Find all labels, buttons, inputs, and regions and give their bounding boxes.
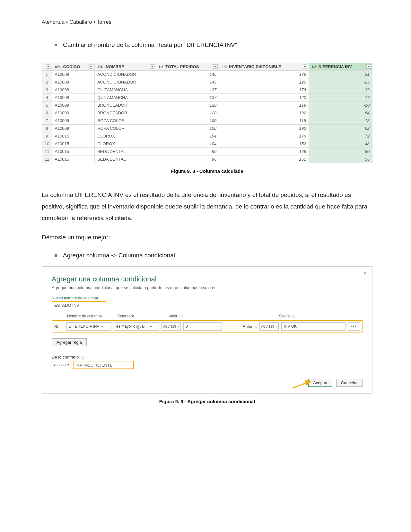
type-badge: ABC 123 bbox=[261, 325, 274, 328]
table-row[interactable]: 9A10015CLOROX10417672 bbox=[42, 132, 372, 140]
table-corner[interactable] bbox=[42, 63, 52, 70]
rule-row: Si DIFERENCIA INV es mayor o igual... AB… bbox=[52, 320, 363, 332]
cancel-button[interactable]: Cancelar bbox=[336, 379, 363, 387]
chevron-down-icon[interactable] bbox=[150, 64, 154, 69]
cell-codigo: A10008 bbox=[52, 93, 95, 101]
else-value-input[interactable]: INV INSUFICIENTE bbox=[73, 361, 134, 369]
col-total-label: TOTAL PEDIDOS bbox=[165, 64, 199, 69]
running-head: Atehortúa • Caballero • Torres bbox=[42, 19, 372, 25]
cell-nombre: ROPA COLOR bbox=[95, 124, 156, 132]
col-total-header[interactable]: 1.2 TOTAL PEDIDOS bbox=[156, 63, 219, 70]
table-row[interactable]: 10A10015CLOROX10415248 bbox=[42, 140, 372, 147]
cell-codigo: A10009 bbox=[52, 101, 95, 109]
table-row[interactable]: 4A10008QUITAMANCHA137120-17 bbox=[42, 93, 372, 101]
col-diferencia-header[interactable]: 1.2 DIFERENCIA INV bbox=[309, 63, 372, 70]
cell-diferencia: 72 bbox=[309, 132, 372, 140]
col-codigo-label: CODIGO bbox=[63, 64, 80, 69]
dialog-subtitle: Agregue una columna condicional que se c… bbox=[52, 285, 363, 290]
new-column-name-input[interactable]: ESTADO INV bbox=[52, 301, 106, 309]
cell-diferencia: 48 bbox=[309, 140, 372, 147]
value-type-select[interactable]: ABC 123 bbox=[162, 322, 181, 331]
cell-codigo: A10009 bbox=[52, 117, 95, 124]
cell-total: 145 bbox=[156, 78, 219, 86]
then-label: Enton... bbox=[243, 324, 257, 329]
col-inventario-header[interactable]: 1²3 INVENTARIO DISPONIBLE bbox=[219, 63, 309, 70]
table-row[interactable]: 7A10009ROPA COLOR10011818 bbox=[42, 117, 372, 124]
table-row[interactable]: 12A10015SEDA DENTAL9615256 bbox=[42, 155, 372, 163]
cell-total: 96 bbox=[156, 155, 219, 163]
conditional-column-dialog: × Agregar una columna condicional Agregu… bbox=[42, 266, 372, 394]
rule-column-value: DIFERENCIA INV bbox=[69, 324, 99, 329]
cell-total: 137 bbox=[156, 86, 219, 93]
col-codigo-header[interactable]: AᴮC CODIGO bbox=[52, 63, 95, 70]
cell-nombre: ACONDICIONADOR bbox=[95, 78, 156, 86]
table-row[interactable]: 1A10008ACONDICIONADOR14517631 bbox=[42, 70, 372, 78]
table-row[interactable]: 3A10008QUITAMANCHA13717639 bbox=[42, 86, 372, 93]
type-badge: ABC 123 bbox=[163, 325, 176, 328]
cell-inventario: 118 bbox=[219, 101, 309, 109]
rule-operator-value: es mayor o igual... bbox=[116, 324, 148, 329]
rule-value-input[interactable]: 0 bbox=[183, 322, 222, 331]
cell-diferencia: 39 bbox=[309, 86, 372, 93]
table-row[interactable]: 11A10015SEDA DENTAL9617680 bbox=[42, 147, 372, 155]
cell-codigo: A10009 bbox=[52, 109, 95, 117]
col-nombre-header[interactable]: AᴮC NOMBRE bbox=[95, 63, 156, 70]
row-number: 7 bbox=[42, 117, 52, 124]
col-diferencia-label: DIFERENCIA INV bbox=[319, 64, 352, 69]
paragraph-lead: Démosle un toque mejor: bbox=[42, 232, 372, 243]
close-icon[interactable]: × bbox=[363, 270, 367, 277]
table-row[interactable]: 2A10008ACONDICIONADOR145120-25 bbox=[42, 78, 372, 86]
row-number: 4 bbox=[42, 93, 52, 101]
cell-nombre: ACONDICIONADOR bbox=[95, 70, 156, 78]
type-whole-icon: 1²3 bbox=[222, 65, 226, 69]
cell-nombre: BRONCEADOR bbox=[95, 109, 156, 117]
type-text-icon: AᴮC bbox=[55, 65, 60, 69]
cell-nombre: QUITAMANCHA bbox=[95, 93, 156, 101]
paragraph-explain: La columna DIFERENCIA INV es el resultad… bbox=[42, 189, 372, 224]
new-column-label: Nuevo nombre de columna bbox=[52, 296, 363, 300]
cell-codigo: A10015 bbox=[52, 147, 95, 155]
cell-total: 145 bbox=[156, 70, 219, 78]
table-row[interactable]: 8A10009ROPA COLOR10019292 bbox=[42, 124, 372, 132]
info-icon[interactable]: i bbox=[81, 356, 84, 359]
else-type-select[interactable]: ABC 123 bbox=[52, 361, 71, 369]
cell-nombre: SEDA DENTAL bbox=[95, 155, 156, 163]
chevron-down-icon[interactable] bbox=[303, 64, 307, 69]
cell-inventario: 176 bbox=[219, 86, 309, 93]
chevron-down-icon[interactable] bbox=[366, 64, 371, 69]
bullet-rename-column: Cambiar el nombre de la columna Resta po… bbox=[55, 40, 372, 50]
cell-nombre: CLOROX bbox=[95, 132, 156, 140]
add-rule-button[interactable]: Agregar regla bbox=[52, 338, 87, 346]
rule-output-input[interactable]: INV OK bbox=[281, 322, 345, 331]
chevron-down-icon[interactable] bbox=[213, 64, 218, 69]
rule-operator-select[interactable]: es mayor o igual... bbox=[114, 322, 159, 331]
bullet-icon bbox=[55, 254, 57, 257]
cell-diferencia: 80 bbox=[309, 147, 372, 155]
bullet-add-conditional: Agregar columna -> Columna condicional . bbox=[55, 251, 372, 260]
cell-inventario: 176 bbox=[219, 70, 309, 78]
row-number: 8 bbox=[42, 124, 52, 132]
cell-diferencia: -10 bbox=[309, 101, 372, 109]
arrow-annotation bbox=[292, 379, 314, 389]
label-column: Nombre de columna bbox=[67, 314, 115, 318]
row-number: 5 bbox=[42, 101, 52, 109]
chevron-down-icon[interactable] bbox=[46, 64, 50, 69]
row-number: 1 bbox=[42, 70, 52, 78]
table-row[interactable]: 5A10009BRONCEADOR128118-10 bbox=[42, 101, 372, 109]
cell-nombre: CLOROX bbox=[95, 140, 156, 147]
bullet-text: Cambiar el nombre de la columna Resta po… bbox=[63, 40, 237, 50]
output-type-select[interactable]: ABC 123 bbox=[259, 322, 279, 331]
info-icon[interactable]: i bbox=[292, 315, 295, 318]
rule-column-select[interactable]: DIFERENCIA INV bbox=[66, 322, 111, 331]
bullet-text: Agregar columna -> Columna condicional . bbox=[63, 251, 179, 260]
rule-output-value: INV OK bbox=[284, 324, 297, 329]
if-label: Si bbox=[54, 324, 64, 329]
type-text-icon: AᴮC bbox=[97, 65, 103, 69]
cell-nombre: ROPA COLOR bbox=[95, 117, 156, 124]
row-number: 10 bbox=[42, 140, 52, 147]
table-row[interactable]: 6A10009BRONCEADOR12819264 bbox=[42, 109, 372, 117]
rule-more-button[interactable]: ••• bbox=[348, 322, 360, 331]
chevron-down-icon[interactable] bbox=[89, 64, 93, 69]
info-icon[interactable]: i bbox=[179, 315, 183, 318]
bullet-icon bbox=[55, 44, 57, 46]
